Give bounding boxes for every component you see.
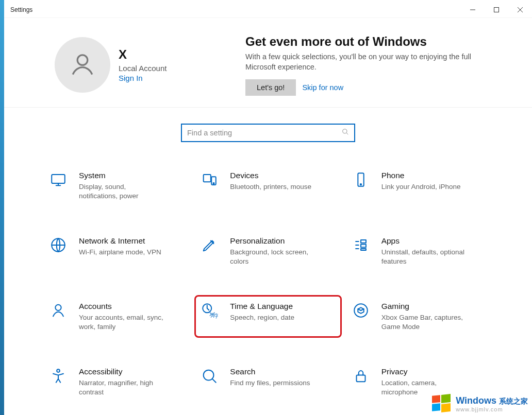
search-icon bbox=[342, 128, 349, 137]
svg-point-6 bbox=[213, 183, 214, 184]
titlebar: Settings bbox=[4, 2, 532, 18]
category-title: Accessibility bbox=[79, 367, 167, 376]
category-system[interactable]: SystemDisplay, sound, notifications, pow… bbox=[43, 164, 190, 207]
settings-window-body: X Local Account Sign In Get even more ou… bbox=[4, 18, 532, 415]
category-title: Privacy bbox=[381, 367, 469, 376]
svg-rect-0 bbox=[494, 7, 499, 12]
category-title: Personalization bbox=[230, 236, 318, 246]
category-title: System bbox=[79, 171, 167, 180]
promo-body: With a few quick selections, you'll be o… bbox=[245, 52, 503, 72]
category-privacy[interactable]: PrivacyLocation, camera, microphone bbox=[346, 360, 493, 403]
category-desc: Xbox Game Bar, captures, Game Mode bbox=[381, 313, 469, 331]
personalization-icon bbox=[198, 236, 221, 259]
accounts-icon bbox=[47, 302, 70, 324]
network-icon bbox=[47, 236, 70, 259]
category-desc: Link your Android, iPhone bbox=[381, 182, 461, 192]
category-network[interactable]: Network & InternetWi-Fi, airplane mode, … bbox=[43, 230, 190, 272]
category-accounts[interactable]: AccountsYour accounts, email, sync, work… bbox=[43, 295, 190, 338]
category-gaming[interactable]: GamingXbox Game Bar, captures, Game Mode bbox=[346, 295, 493, 338]
category-title: Search bbox=[230, 367, 310, 376]
category-desc: Wi-Fi, airplane mode, VPN bbox=[79, 248, 161, 257]
privacy-icon bbox=[350, 367, 372, 390]
category-title: Gaming bbox=[381, 302, 469, 311]
category-grid: SystemDisplay, sound, notifications, pow… bbox=[31, 146, 505, 415]
promo-actions: Let's go! Skip for now bbox=[245, 79, 511, 96]
phone-icon bbox=[350, 171, 372, 194]
category-desc: Background, lock screen, colors bbox=[230, 248, 318, 266]
category-search[interactable]: SearchFind my files, permissions bbox=[194, 360, 341, 403]
search-input[interactable] bbox=[187, 129, 342, 137]
close-icon bbox=[518, 7, 523, 12]
user-block: X Local Account Sign In bbox=[55, 33, 225, 96]
category-title: Accounts bbox=[79, 302, 167, 311]
category-title: Network & Internet bbox=[79, 236, 161, 246]
user-meta: X Local Account Sign In bbox=[119, 47, 167, 82]
search-box[interactable] bbox=[181, 124, 355, 142]
category-desc: Your accounts, email, sync, work, family bbox=[79, 313, 167, 331]
user-account-type: Local Account bbox=[119, 64, 167, 73]
category-desc: Narrator, magnifier, high contrast bbox=[79, 378, 167, 396]
window-controls bbox=[461, 2, 532, 18]
category-phone[interactable]: PhoneLink your Android, iPhone bbox=[346, 164, 493, 207]
window-title: Settings bbox=[4, 6, 32, 13]
minimize-button[interactable] bbox=[461, 2, 485, 18]
category-title: Apps bbox=[381, 236, 469, 246]
user-name: X bbox=[119, 47, 167, 62]
apps-icon bbox=[350, 236, 372, 259]
svg-point-8 bbox=[360, 184, 361, 185]
category-desc: Find my files, permissions bbox=[230, 378, 310, 388]
category-personalization[interactable]: PersonalizationBackground, lock screen, … bbox=[194, 230, 341, 272]
minimize-icon bbox=[470, 7, 475, 12]
time-icon: A字 bbox=[198, 302, 221, 324]
category-devices[interactable]: DevicesBluetooth, printers, mouse bbox=[194, 164, 341, 207]
svg-rect-12 bbox=[361, 249, 366, 250]
svg-point-1 bbox=[77, 55, 88, 65]
category-title: Phone bbox=[381, 171, 461, 180]
svg-rect-19 bbox=[356, 375, 365, 382]
lets-go-button[interactable]: Let's go! bbox=[245, 79, 296, 96]
svg-text:A字: A字 bbox=[211, 313, 218, 319]
gaming-icon bbox=[350, 302, 372, 324]
category-desc: Uninstall, defaults, optional features bbox=[381, 248, 469, 266]
sign-in-link[interactable]: Sign In bbox=[119, 74, 167, 82]
search-wrap bbox=[4, 108, 532, 146]
search-icon bbox=[198, 367, 221, 390]
category-accessibility[interactable]: AccessibilityNarrator, magnifier, high c… bbox=[43, 360, 190, 403]
category-apps[interactable]: AppsUninstall, defaults, optional featur… bbox=[346, 230, 493, 272]
promo-block: Get even more out of Windows With a few … bbox=[245, 33, 511, 96]
maximize-icon bbox=[494, 7, 499, 12]
svg-rect-4 bbox=[204, 175, 211, 182]
category-desc: Bluetooth, printers, mouse bbox=[230, 182, 311, 192]
svg-point-2 bbox=[343, 129, 347, 133]
desktop-background-sliver bbox=[0, 0, 4, 415]
svg-point-13 bbox=[55, 305, 61, 310]
svg-rect-10 bbox=[361, 240, 366, 243]
skip-for-now-link[interactable]: Skip for now bbox=[302, 83, 343, 92]
category-desc: Location, camera, microphone bbox=[381, 378, 469, 396]
settings-header: X Local Account Sign In Get even more ou… bbox=[4, 18, 532, 108]
accessibility-icon bbox=[47, 367, 70, 390]
system-icon bbox=[47, 171, 70, 194]
svg-rect-11 bbox=[361, 245, 366, 248]
svg-point-17 bbox=[57, 370, 60, 373]
svg-rect-3 bbox=[52, 175, 65, 183]
category-desc: Speech, region, date bbox=[230, 313, 294, 322]
category-title: Devices bbox=[230, 171, 311, 180]
close-button[interactable] bbox=[508, 2, 532, 18]
user-icon bbox=[68, 50, 97, 79]
maximize-button[interactable] bbox=[485, 2, 508, 18]
devices-icon bbox=[198, 171, 221, 194]
promo-heading: Get even more out of Windows bbox=[245, 34, 511, 49]
category-desc: Display, sound, notifications, power bbox=[79, 182, 167, 200]
category-time[interactable]: A字Time & LanguageSpeech, region, date bbox=[194, 295, 341, 338]
avatar[interactable] bbox=[55, 37, 110, 93]
category-title: Time & Language bbox=[230, 302, 294, 311]
